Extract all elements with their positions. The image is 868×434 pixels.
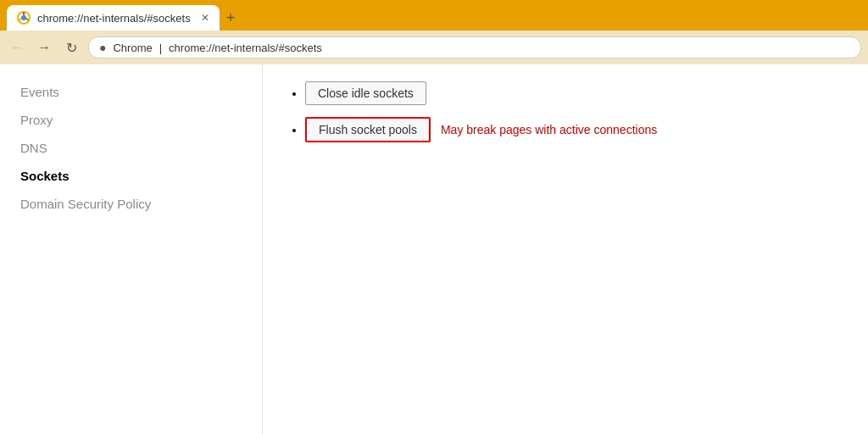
flush-socket-pools-button[interactable]: Flush socket pools (305, 117, 431, 142)
actions-list: Close idle sockets Flush socket pools Ma… (288, 81, 843, 142)
url-prefix: Chrome (113, 42, 152, 54)
sidebar-item-events[interactable]: Events (17, 78, 245, 106)
list-item-close-idle: Close idle sockets (305, 81, 843, 105)
main-content: Close idle sockets Flush socket pools Ma… (263, 64, 868, 434)
url-separator: | (159, 42, 162, 54)
list-item-flush-pools: Flush socket pools May break pages with … (305, 117, 843, 142)
address-bar-row: ← → ↻ ● Chrome | chrome://net-internals/… (0, 31, 868, 64)
sidebar: Events Proxy DNS Sockets Domain Security… (0, 64, 263, 434)
sidebar-item-domain-security-policy[interactable]: Domain Security Policy (17, 190, 245, 218)
sidebar-item-sockets[interactable]: Sockets (17, 162, 245, 190)
chrome-tab-icon (17, 11, 31, 25)
tab-close-button[interactable]: ✕ (201, 12, 209, 24)
site-info-icon: ● (99, 41, 106, 54)
tab-bar: chrome://net-internals/#sockets ✕ + (0, 0, 868, 31)
new-tab-button[interactable]: + (220, 5, 242, 31)
url-text: chrome://net-internals/#sockets (169, 42, 322, 54)
warning-text: May break pages with active connections (441, 123, 657, 136)
flush-action-row: Flush socket pools May break pages with … (305, 117, 843, 142)
close-idle-sockets-button[interactable]: Close idle sockets (305, 81, 426, 105)
address-bar[interactable]: ● Chrome | chrome://net-internals/#socke… (88, 36, 861, 58)
forward-button[interactable]: → (34, 37, 54, 58)
sidebar-item-proxy[interactable]: Proxy (17, 106, 245, 134)
page: Events Proxy DNS Sockets Domain Security… (0, 64, 868, 434)
reload-button[interactable]: ↻ (61, 37, 81, 58)
sidebar-item-dns[interactable]: DNS (17, 134, 245, 162)
tab-title: chrome://net-internals/#sockets (37, 12, 191, 25)
active-tab[interactable]: chrome://net-internals/#sockets ✕ (7, 5, 220, 31)
svg-point-1 (21, 15, 26, 20)
back-button[interactable]: ← (7, 37, 27, 58)
